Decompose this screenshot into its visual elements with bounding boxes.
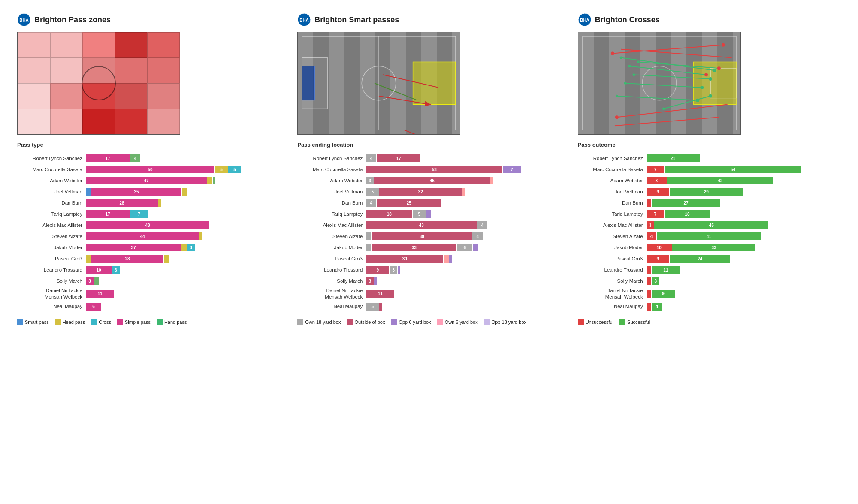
bar-container: 93 bbox=[366, 266, 560, 274]
table-row: Alexis Mac Allister48 bbox=[17, 220, 280, 230]
bar-segment: 4 bbox=[366, 199, 376, 207]
brighton-icon-3: BHA bbox=[578, 13, 592, 27]
bar-segment: 7 bbox=[503, 166, 521, 173]
bar-segment: 11 bbox=[86, 290, 114, 298]
bar-segment: 30 bbox=[366, 255, 443, 263]
table-row: Leandro Trossard11 bbox=[578, 265, 841, 275]
bar-segment: 25 bbox=[377, 199, 441, 207]
svg-line-22 bbox=[634, 75, 710, 79]
bar-container: 345 bbox=[647, 221, 841, 229]
table-row: Steven Alzate44 bbox=[17, 232, 280, 241]
legend-item: Cross bbox=[91, 319, 111, 325]
bar-container: 754 bbox=[647, 166, 841, 173]
legend-label: Cross bbox=[99, 320, 111, 325]
table-row: Daniel Nii TackieMensah Welbeck11 bbox=[297, 287, 560, 300]
player-name-label: Dan Burn bbox=[17, 200, 86, 206]
bar-segment bbox=[462, 188, 465, 196]
bar-container: 21 bbox=[647, 154, 841, 162]
player-name-label: Joël Veltman bbox=[578, 189, 647, 195]
player-name-label: Steven Alzate bbox=[17, 233, 86, 240]
svg-point-39 bbox=[721, 43, 725, 47]
table-row: Pascal Groß28 bbox=[17, 254, 280, 263]
player-name-label: Pascal Groß bbox=[578, 256, 647, 262]
legend-color-swatch bbox=[578, 319, 584, 325]
svg-text:BHA: BHA bbox=[19, 18, 29, 23]
table-row: Neal Maupay5 bbox=[297, 302, 560, 311]
bar-container: 336 bbox=[366, 244, 560, 251]
player-name-label: Robert Lynch Sánchez bbox=[578, 155, 647, 162]
svg-line-10 bbox=[379, 96, 430, 105]
bar-segment bbox=[182, 188, 187, 196]
table-row: Dan Burn27 bbox=[578, 198, 841, 208]
panel-title-crosses: BHA Brighton Crosses bbox=[578, 13, 841, 27]
legend-color-swatch bbox=[91, 319, 97, 325]
chart-pass-ending: Robert Lynch Sánchez417Marc Cucurella Sa… bbox=[297, 154, 560, 313]
bar-segment: 7 bbox=[130, 210, 148, 218]
bar-segment: 10 bbox=[86, 266, 112, 274]
legend-item: Unsuccessful bbox=[578, 319, 613, 325]
bar-segment: 7 bbox=[647, 166, 664, 173]
bar-container: 532 bbox=[366, 188, 560, 196]
bar-container: 48 bbox=[86, 221, 280, 229]
svg-text:BHA: BHA bbox=[299, 18, 309, 23]
bar-segment: 5 bbox=[228, 166, 241, 173]
legend-item: Hand pass bbox=[157, 319, 187, 325]
main-container: BHA Brighton Pass zones bbox=[0, 0, 858, 334]
svg-line-27 bbox=[664, 96, 710, 109]
bar-segment: 28 bbox=[91, 255, 163, 263]
smart-passes-pitch bbox=[297, 32, 460, 135]
table-row: Tariq Lamptey185 bbox=[297, 209, 560, 219]
bar-segment bbox=[86, 188, 91, 196]
section-label-pass-outcome: Pass outcome bbox=[578, 142, 841, 150]
player-name-label: Neal Maupay bbox=[17, 303, 86, 310]
legend-label: Hand pass bbox=[164, 320, 187, 325]
bar-segment: 11 bbox=[652, 266, 680, 274]
table-row: Marc Cucurella Saseta754 bbox=[578, 165, 841, 174]
bar-segment: 27 bbox=[652, 199, 720, 207]
bar-segment: 11 bbox=[366, 290, 394, 298]
bar-segment: 4 bbox=[477, 221, 487, 229]
player-name-label: Joël Veltman bbox=[17, 189, 86, 195]
bar-segment: 44 bbox=[86, 232, 199, 240]
bar-segment bbox=[398, 266, 400, 274]
table-row: Leandro Trossard103 bbox=[17, 265, 280, 275]
legend-label: Opp 6 yard box bbox=[399, 320, 431, 325]
svg-point-41 bbox=[615, 115, 619, 119]
legend-color-swatch bbox=[117, 319, 123, 325]
bar-segment: 9 bbox=[647, 188, 669, 196]
legend-item: Opp 18 yard box bbox=[484, 319, 526, 325]
player-name-label: Solly March bbox=[297, 278, 366, 284]
legend-color-swatch bbox=[157, 319, 163, 325]
svg-point-34 bbox=[713, 69, 716, 72]
panel-title-pass-zones: BHA Brighton Pass zones bbox=[17, 13, 280, 27]
svg-point-46 bbox=[616, 95, 618, 97]
table-row: Jakub Moder336 bbox=[297, 243, 560, 252]
bar-segment: 17 bbox=[86, 210, 130, 218]
bar-segment: 3 bbox=[86, 277, 94, 285]
bar-container: 27 bbox=[647, 199, 841, 207]
bar-segment: 6 bbox=[86, 303, 101, 311]
player-name-label: Alexis Mac Allister bbox=[17, 222, 86, 229]
svg-point-35 bbox=[700, 86, 704, 89]
svg-point-33 bbox=[709, 77, 712, 81]
panel-smart-passes: BHA Brighton Smart passes bbox=[289, 13, 569, 325]
svg-text:BHA: BHA bbox=[580, 18, 589, 23]
legend-label: Simple pass bbox=[125, 320, 151, 325]
player-name-label: Adam Webster bbox=[297, 178, 366, 184]
legend-pass-ending: Own 18 yard boxOutside of boxOpp 6 yard … bbox=[297, 319, 560, 325]
bar-segment: 41 bbox=[657, 232, 761, 240]
panel-pass-zones: BHA Brighton Pass zones bbox=[9, 13, 289, 325]
legend-item: Opp 6 yard box bbox=[391, 319, 431, 325]
bar-segment: 18 bbox=[665, 210, 710, 218]
bar-container: 394 bbox=[366, 232, 560, 240]
bar-segment: 29 bbox=[670, 188, 743, 196]
bar-segment bbox=[444, 255, 449, 263]
title-smart-passes: Brighton Smart passes bbox=[314, 15, 399, 24]
bar-segment: 45 bbox=[654, 221, 768, 229]
table-row: Marc Cucurella Saseta5055 bbox=[17, 165, 280, 174]
bar-container: 44 bbox=[86, 232, 280, 240]
svg-line-31 bbox=[615, 117, 719, 126]
legend-item: Smart pass bbox=[17, 319, 49, 325]
bar-segment: 48 bbox=[86, 221, 209, 229]
svg-point-37 bbox=[717, 66, 721, 70]
